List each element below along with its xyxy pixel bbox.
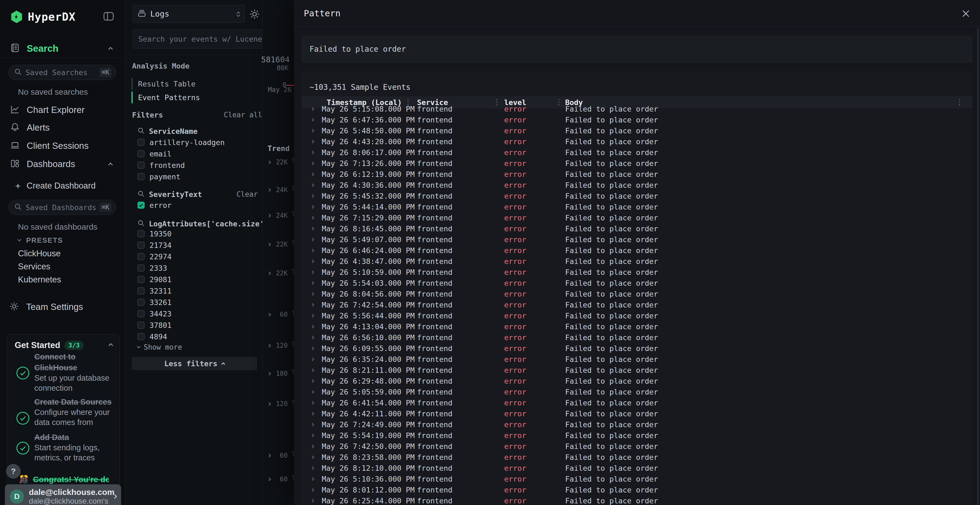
scrollbar[interactable]	[977, 28, 978, 505]
expand-row-chevron-icon[interactable]	[311, 234, 313, 245]
expand-row-chevron-icon[interactable]	[311, 201, 313, 212]
pattern-row-fragment[interactable]: 120	[262, 399, 294, 409]
filter-option[interactable]: 32311	[137, 285, 172, 297]
show-more-link[interactable]: Show more	[137, 342, 182, 353]
checkbox[interactable]	[137, 230, 145, 237]
expand-row-chevron-icon[interactable]	[311, 397, 313, 408]
sidebar-item-kubernetes[interactable]: Kubernetes	[0, 274, 125, 286]
get-started-item[interactable]: Connect to ClickHouse Set up your databa…	[34, 351, 116, 393]
clear-all-link[interactable]: Clear all	[224, 111, 262, 119]
expand-row-chevron-icon[interactable]	[311, 495, 313, 505]
checkbox[interactable]	[137, 310, 145, 317]
sidebar-item-services[interactable]: Services	[0, 260, 125, 273]
pattern-row-fragment[interactable]: 22K	[262, 268, 294, 279]
expand-row-chevron-icon[interactable]	[311, 375, 313, 386]
sidebar-item-clickhouse[interactable]: ClickHouse	[0, 248, 125, 260]
expand-row-chevron-icon[interactable]	[311, 212, 313, 223]
checkbox[interactable]	[137, 333, 145, 340]
checkbox[interactable]	[137, 253, 145, 260]
presets-toggle[interactable]: PRESETS	[0, 235, 125, 246]
expand-row-chevron-icon[interactable]	[311, 103, 313, 114]
table-row[interactable]: May 26 5:54:19.000 PM frontend error Fai…	[301, 430, 973, 441]
table-row[interactable]: May 26 6:46:24.000 PM frontend error Fai…	[301, 245, 973, 256]
filter-option-error[interactable]: error	[137, 199, 172, 211]
filter-option[interactable]: 2333	[137, 262, 172, 274]
checkbox[interactable]	[137, 287, 145, 294]
table-row[interactable]: May 26 5:48:50.000 PM frontend error Fai…	[301, 125, 973, 136]
table-row[interactable]: May 26 5:44:14.000 PM frontend error Fai…	[301, 201, 973, 212]
filter-option[interactable]: email	[137, 148, 224, 159]
expand-row-chevron-icon[interactable]	[311, 354, 313, 365]
filter-option[interactable]: 21734	[137, 240, 172, 251]
filter-option[interactable]: artillery-loadgen	[137, 137, 224, 148]
expand-row-chevron-icon[interactable]	[311, 191, 313, 201]
table-row[interactable]: May 26 8:06:17.000 PM frontend error Fai…	[301, 147, 973, 158]
table-row[interactable]: May 26 8:01:12.000 PM frontend error Fai…	[301, 484, 973, 495]
create-dashboard-button[interactable]: + Create Dashboard	[0, 180, 125, 192]
table-row[interactable]: May 26 8:04:56.000 PM frontend error Fai…	[301, 288, 973, 299]
pattern-row-fragment[interactable]: 24K	[262, 210, 294, 221]
table-row[interactable]: May 26 8:12:10.000 PM frontend error Fai…	[301, 462, 973, 473]
expand-row-chevron-icon[interactable]	[311, 278, 313, 288]
table-row[interactable]: May 26 5:45:32.000 PM frontend error Fai…	[301, 191, 973, 201]
sidebar-item-chart-explorer[interactable]: Chart Explorer	[0, 104, 125, 116]
chevron-up-icon[interactable]	[108, 47, 113, 51]
chevron-up-icon[interactable]	[108, 162, 113, 167]
expand-row-chevron-icon[interactable]	[311, 386, 313, 397]
saved-searches-search[interactable]: ⌘K	[8, 65, 116, 80]
filter-option[interactable]: 29081	[137, 274, 172, 285]
expand-row-chevron-icon[interactable]	[311, 223, 313, 234]
search-icon[interactable]	[137, 190, 145, 199]
expand-chevron-icon[interactable]	[267, 478, 271, 481]
expand-row-chevron-icon[interactable]	[311, 256, 313, 267]
expand-row-chevron-icon[interactable]	[311, 430, 313, 441]
pattern-row-fragment[interactable]: 22K	[262, 157, 294, 168]
expand-row-chevron-icon[interactable]	[311, 321, 313, 332]
saved-dashboards-input[interactable]	[25, 203, 99, 212]
filter-option[interactable]: 22974	[137, 251, 172, 262]
filter-option[interactable]: 34423	[137, 308, 172, 319]
expand-row-chevron-icon[interactable]	[311, 408, 313, 419]
table-row[interactable]: May 26 8:23:58.000 PM frontend error Fai…	[301, 452, 973, 462]
table-row[interactable]: May 26 5:49:07.000 PM frontend error Fai…	[301, 234, 973, 245]
expand-row-chevron-icon[interactable]	[311, 125, 313, 136]
table-row[interactable]: May 26 8:21:11.000 PM frontend error Fai…	[301, 365, 973, 375]
filter-option[interactable]: 4894	[137, 331, 172, 342]
pattern-row-fragment[interactable]: 24K	[262, 184, 294, 195]
table-row[interactable]: May 26 7:24:49.000 PM frontend error Fai…	[301, 419, 973, 430]
table-row[interactable]: May 26 6:25:44.000 PM frontend error Fai…	[301, 495, 973, 505]
help-button[interactable]: ?	[6, 464, 21, 479]
expand-row-chevron-icon[interactable]	[311, 441, 313, 452]
expand-row-chevron-icon[interactable]	[311, 179, 313, 191]
expand-row-chevron-icon[interactable]	[311, 245, 313, 256]
search-icon[interactable]	[137, 127, 145, 135]
table-row[interactable]: May 26 4:38:47.000 PM frontend error Fai…	[301, 256, 973, 267]
mode-event-patterns[interactable]: Event Patterns	[132, 91, 246, 104]
filter-option[interactable]: 37801	[137, 319, 172, 331]
table-row[interactable]: May 26 4:42:11.000 PM frontend error Fai…	[301, 408, 973, 419]
table-row[interactable]: May 26 5:10:36.000 PM frontend error Fai…	[301, 473, 973, 484]
sidebar-item-dashboards[interactable]: Dashboards	[0, 158, 125, 170]
expand-row-chevron-icon[interactable]	[311, 310, 313, 321]
expand-row-chevron-icon[interactable]	[311, 343, 313, 354]
sidebar-item-alerts[interactable]: Alerts	[0, 122, 125, 133]
expand-chevron-icon[interactable]	[267, 188, 271, 192]
expand-chevron-icon[interactable]	[267, 372, 271, 375]
expand-chevron-icon[interactable]	[267, 272, 271, 275]
table-row[interactable]: May 26 6:35:24.000 PM frontend error Fai…	[301, 354, 973, 365]
collapse-sidebar-icon[interactable]	[103, 12, 114, 22]
expand-row-chevron-icon[interactable]	[311, 158, 313, 169]
expand-row-chevron-icon[interactable]	[311, 365, 313, 375]
pattern-row-fragment[interactable]: 22K	[262, 239, 294, 250]
expand-chevron-icon[interactable]	[267, 454, 271, 457]
source-select[interactable]: Logs	[132, 5, 245, 23]
expand-row-chevron-icon[interactable]	[311, 332, 313, 343]
checkbox[interactable]	[137, 162, 145, 169]
table-row[interactable]: May 26 5:15:08.000 PM frontend error Fai…	[301, 103, 973, 114]
filter-option[interactable]: 33261	[137, 297, 172, 308]
source-settings-gear-icon[interactable]	[248, 8, 261, 20]
search-icon[interactable]	[137, 219, 145, 228]
expand-chevron-icon[interactable]	[267, 214, 271, 218]
table-row[interactable]: May 26 4:30:36.000 PM frontend error Fai…	[301, 179, 973, 191]
filter-option[interactable]: payment	[137, 171, 224, 182]
